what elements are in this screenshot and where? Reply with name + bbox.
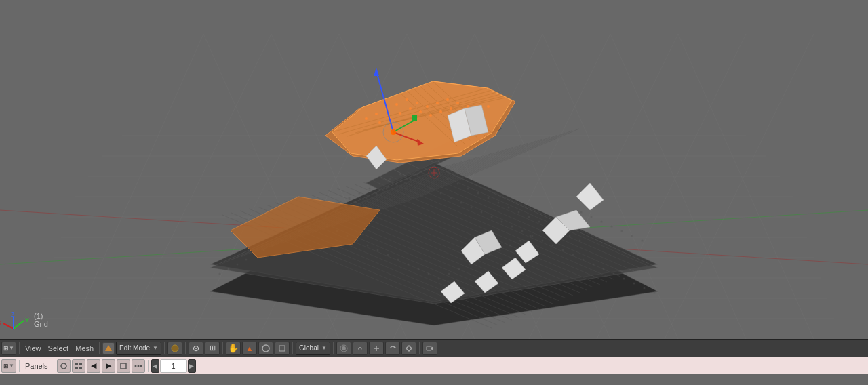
rotate-manipulator[interactable] — [385, 342, 400, 355]
view-type-button[interactable]: ⊞ ▼ — [1, 342, 16, 355]
svg-point-264 — [172, 345, 178, 352]
svg-point-162 — [219, 273, 221, 275]
svg-point-191 — [623, 278, 625, 280]
svg-point-123 — [357, 240, 359, 242]
svg-point-124 — [367, 245, 369, 247]
snap-button[interactable] — [336, 342, 351, 355]
svg-point-103 — [427, 169, 429, 171]
page-prev-btn[interactable]: ◀ — [151, 359, 159, 373]
square-icon-btn[interactable] — [117, 359, 130, 373]
grid-label: (1) Grid — [34, 312, 48, 328]
svg-marker-272 — [406, 346, 412, 351]
panels-toolbar: ⊞ ▼ Panels ◀ ▶ ◀ 1 ▶ — [0, 357, 868, 374]
svg-rect-251 — [412, 115, 417, 121]
edit-mode-dropdown[interactable]: Edit Mode ▼ — [116, 342, 161, 355]
svg-rect-278 — [75, 367, 78, 369]
svg-point-114 — [538, 221, 540, 223]
svg-point-281 — [134, 365, 136, 367]
transform-orientation-dropdown[interactable]: Global ▼ — [296, 342, 330, 355]
grab-tool[interactable]: ✋ — [226, 342, 241, 355]
select-menu[interactable]: Select — [45, 344, 72, 352]
proportional-edit[interactable]: ○ — [353, 342, 368, 355]
svg-point-193 — [644, 287, 646, 289]
svg-point-283 — [140, 365, 142, 367]
mesh-menu[interactable]: Mesh — [73, 344, 96, 352]
panel-separator-3 — [148, 360, 149, 372]
svg-point-125 — [377, 249, 379, 251]
separator-5 — [222, 342, 223, 354]
scene-graph-button[interactable]: ⊞ ▼ — [1, 359, 16, 373]
svg-point-182 — [532, 235, 534, 237]
view-menu[interactable]: View — [22, 344, 44, 352]
dropdown-arrow: ▼ — [153, 345, 158, 351]
svg-point-265 — [262, 345, 269, 352]
scene-svg: Y X Z — [0, 0, 868, 339]
svg-point-132 — [448, 273, 450, 275]
svg-point-111 — [508, 207, 510, 209]
svg-point-227 — [429, 114, 432, 117]
object-icon-button[interactable] — [167, 342, 182, 355]
svg-rect-279 — [79, 367, 82, 369]
svg-point-192 — [633, 283, 635, 285]
viewport[interactable]: Y X Z (1) Grid — [0, 0, 868, 339]
svg-rect-276 — [75, 363, 78, 365]
vertex-tool[interactable]: ▲ — [242, 342, 257, 355]
svg-point-151 — [642, 240, 644, 242]
svg-point-218 — [456, 102, 459, 104]
svg-point-128 — [408, 264, 410, 266]
grid-icon-btn[interactable] — [72, 359, 85, 373]
left-arrow-btn[interactable]: ◀ — [87, 359, 100, 373]
svg-point-161 — [228, 268, 230, 270]
svg-point-129 — [418, 268, 420, 270]
svg-point-148 — [611, 226, 613, 228]
panel-separator-2 — [54, 360, 54, 372]
separator-6 — [292, 342, 293, 354]
svg-point-102 — [416, 174, 418, 176]
circle-icon-btn[interactable] — [57, 359, 71, 373]
svg-point-175 — [460, 202, 462, 204]
scale-manipulator[interactable] — [401, 342, 416, 355]
svg-point-174 — [450, 197, 452, 199]
dots-icon-btn[interactable] — [132, 359, 145, 373]
svg-point-99 — [386, 188, 388, 190]
page-number[interactable]: 1 — [160, 359, 187, 373]
svg-point-187 — [583, 259, 585, 261]
svg-point-225 — [409, 107, 412, 110]
right-arrow-btn[interactable]: ▶ — [102, 359, 115, 373]
edge-tool[interactable] — [258, 342, 273, 355]
svg-point-210 — [375, 113, 378, 115]
svg-point-127 — [397, 259, 399, 261]
svg-point-133 — [458, 268, 460, 270]
svg-point-145 — [580, 211, 583, 214]
svg-point-185 — [562, 249, 564, 251]
svg-point-181 — [521, 230, 524, 232]
svg-point-150 — [631, 235, 633, 237]
svg-point-140 — [530, 235, 532, 237]
svg-point-106 — [457, 183, 459, 185]
svg-point-167 — [379, 183, 381, 185]
translate-manipulator[interactable] — [369, 342, 384, 355]
svg-point-138 — [509, 245, 511, 247]
face-tool[interactable] — [275, 342, 290, 355]
svg-point-216 — [436, 102, 439, 104]
svg-point-219 — [467, 105, 469, 108]
svg-point-117 — [569, 235, 571, 237]
orientation-arrow: ▼ — [321, 345, 327, 351]
svg-point-168 — [389, 178, 391, 180]
svg-point-160 — [237, 264, 239, 266]
svg-point-221 — [487, 105, 490, 108]
svg-point-217 — [446, 98, 449, 101]
svg-point-113 — [528, 216, 530, 218]
camera-view[interactable] — [422, 342, 437, 355]
svg-point-173 — [440, 192, 442, 195]
svg-point-131 — [438, 278, 440, 280]
grid-button[interactable]: ⊞ — [205, 342, 220, 355]
pivot-button[interactable]: ⊙ — [189, 342, 203, 355]
svg-point-166 — [369, 188, 371, 190]
panels-menu[interactable]: Panels — [22, 362, 51, 370]
svg-point-134 — [469, 264, 471, 266]
page-next-btn[interactable]: ▶ — [188, 359, 196, 373]
svg-point-109 — [488, 197, 490, 199]
svg-point-188 — [593, 264, 595, 266]
svg-point-149 — [621, 230, 623, 232]
